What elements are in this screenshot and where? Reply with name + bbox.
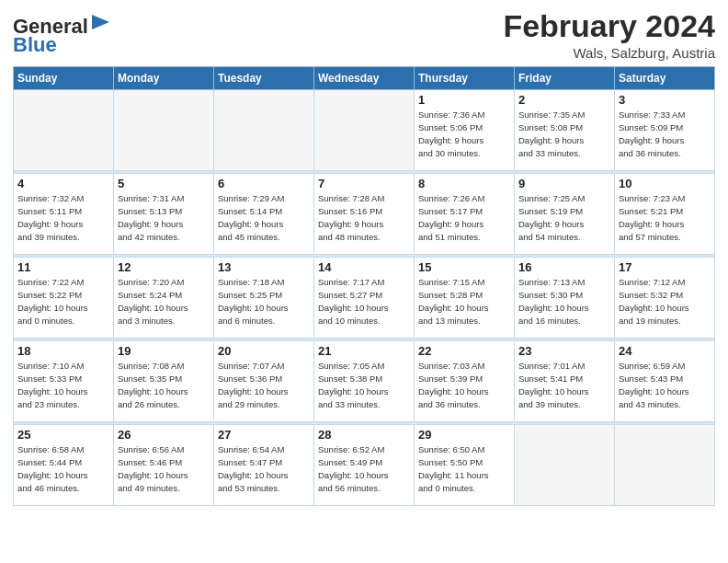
day-number: 11 (17, 260, 109, 274)
day-number: 14 (318, 260, 410, 274)
day-number: 22 (418, 344, 510, 358)
day-info: Sunrise: 7:36 AM Sunset: 5:06 PM Dayligh… (418, 109, 510, 159)
day-number: 6 (218, 177, 310, 190)
day-number: 24 (619, 344, 711, 358)
calendar-cell: 26Sunrise: 6:56 AM Sunset: 5:46 PM Dayli… (114, 425, 214, 506)
day-info: Sunrise: 6:54 AM Sunset: 5:47 PM Dayligh… (218, 443, 310, 494)
day-number: 18 (17, 344, 109, 358)
day-number: 10 (619, 177, 711, 190)
calendar-cell: 9Sunrise: 7:25 AM Sunset: 5:19 PM Daylig… (515, 174, 615, 255)
day-number: 25 (17, 428, 109, 442)
calendar-week-row: 18Sunrise: 7:10 AM Sunset: 5:33 PM Dayli… (14, 341, 715, 422)
page-container: General Blue February 2024 Wals, Salzbur… (0, 0, 728, 511)
day-number: 12 (118, 260, 210, 274)
calendar-cell: 5Sunrise: 7:31 AM Sunset: 5:13 PM Daylig… (114, 174, 214, 255)
day-number: 29 (418, 428, 510, 442)
calendar-cell: 17Sunrise: 7:12 AM Sunset: 5:32 PM Dayli… (615, 258, 715, 339)
calendar-cell: 16Sunrise: 7:13 AM Sunset: 5:30 PM Dayli… (515, 258, 615, 339)
day-number: 27 (218, 428, 310, 442)
calendar-cell: 6Sunrise: 7:29 AM Sunset: 5:14 PM Daylig… (214, 174, 314, 255)
day-info: Sunrise: 6:50 AM Sunset: 5:50 PM Dayligh… (418, 443, 510, 494)
logo: General Blue (13, 9, 114, 61)
day-info: Sunrise: 7:15 AM Sunset: 5:28 PM Dayligh… (418, 276, 510, 327)
calendar-week-row: 11Sunrise: 7:22 AM Sunset: 5:22 PM Dayli… (14, 258, 715, 339)
day-number: 23 (518, 344, 610, 358)
calendar-cell (314, 90, 415, 171)
day-number: 21 (318, 344, 410, 358)
calendar-header-row: SundayMondayTuesdayWednesdayThursdayFrid… (14, 67, 715, 90)
calendar-header-thursday: Thursday (415, 67, 515, 90)
calendar-header-sunday: Sunday (14, 67, 114, 90)
calendar-cell: 23Sunrise: 7:01 AM Sunset: 5:41 PM Dayli… (515, 341, 615, 422)
calendar-cell: 21Sunrise: 7:05 AM Sunset: 5:38 PM Dayli… (314, 341, 415, 422)
calendar-cell (515, 425, 615, 506)
day-number: 15 (418, 260, 510, 274)
day-number: 16 (518, 260, 610, 274)
calendar-cell: 27Sunrise: 6:54 AM Sunset: 5:47 PM Dayli… (214, 425, 314, 506)
calendar-cell: 24Sunrise: 6:59 AM Sunset: 5:43 PM Dayli… (615, 341, 715, 422)
day-info: Sunrise: 7:35 AM Sunset: 5:08 PM Dayligh… (518, 109, 610, 159)
calendar-cell: 14Sunrise: 7:17 AM Sunset: 5:27 PM Dayli… (314, 258, 415, 339)
location-subtitle: Wals, Salzburg, Austria (503, 45, 715, 61)
day-info: Sunrise: 7:08 AM Sunset: 5:35 PM Dayligh… (118, 360, 210, 410)
day-info: Sunrise: 6:52 AM Sunset: 5:49 PM Dayligh… (318, 443, 410, 494)
calendar-cell: 28Sunrise: 6:52 AM Sunset: 5:49 PM Dayli… (314, 425, 415, 506)
calendar-cell: 18Sunrise: 7:10 AM Sunset: 5:33 PM Dayli… (14, 341, 114, 422)
calendar-cell: 12Sunrise: 7:20 AM Sunset: 5:24 PM Dayli… (114, 258, 214, 339)
calendar-header-monday: Monday (114, 67, 214, 90)
calendar-cell: 7Sunrise: 7:28 AM Sunset: 5:16 PM Daylig… (314, 174, 415, 255)
day-info: Sunrise: 7:25 AM Sunset: 5:19 PM Dayligh… (518, 192, 610, 243)
calendar-cell: 10Sunrise: 7:23 AM Sunset: 5:21 PM Dayli… (615, 174, 715, 255)
calendar-cell: 11Sunrise: 7:22 AM Sunset: 5:22 PM Dayli… (14, 258, 114, 339)
calendar-cell: 22Sunrise: 7:03 AM Sunset: 5:39 PM Dayli… (415, 341, 515, 422)
day-number: 5 (118, 177, 210, 190)
day-info: Sunrise: 7:17 AM Sunset: 5:27 PM Dayligh… (318, 276, 410, 327)
day-number: 7 (318, 177, 410, 190)
day-info: Sunrise: 7:05 AM Sunset: 5:38 PM Dayligh… (318, 360, 410, 410)
calendar-cell: 15Sunrise: 7:15 AM Sunset: 5:28 PM Dayli… (415, 258, 515, 339)
month-title: February 2024 (503, 9, 715, 43)
calendar-cell (214, 90, 314, 171)
day-info: Sunrise: 6:56 AM Sunset: 5:46 PM Dayligh… (118, 443, 210, 494)
calendar-cell: 19Sunrise: 7:08 AM Sunset: 5:35 PM Dayli… (114, 341, 214, 422)
day-number: 26 (118, 428, 210, 442)
calendar-cell (114, 90, 214, 171)
day-number: 9 (518, 177, 610, 190)
day-info: Sunrise: 7:31 AM Sunset: 5:13 PM Dayligh… (118, 192, 210, 243)
day-info: Sunrise: 7:28 AM Sunset: 5:16 PM Dayligh… (318, 192, 410, 243)
calendar-week-row: 1Sunrise: 7:36 AM Sunset: 5:06 PM Daylig… (14, 90, 715, 171)
calendar-header-wednesday: Wednesday (314, 67, 415, 90)
calendar-cell: 29Sunrise: 6:50 AM Sunset: 5:50 PM Dayli… (415, 425, 515, 506)
title-block: February 2024 Wals, Salzburg, Austria (503, 9, 715, 61)
day-info: Sunrise: 7:20 AM Sunset: 5:24 PM Dayligh… (118, 276, 210, 327)
calendar-cell: 3Sunrise: 7:33 AM Sunset: 5:09 PM Daylig… (615, 90, 715, 171)
day-info: Sunrise: 7:18 AM Sunset: 5:25 PM Dayligh… (218, 276, 310, 327)
svg-marker-1 (92, 15, 109, 29)
logo-text: General Blue (13, 9, 114, 61)
day-info: Sunrise: 7:29 AM Sunset: 5:14 PM Dayligh… (218, 192, 310, 243)
calendar-cell: 20Sunrise: 7:07 AM Sunset: 5:36 PM Dayli… (214, 341, 314, 422)
day-number: 1 (418, 93, 510, 107)
calendar-cell (615, 425, 715, 506)
calendar-week-row: 25Sunrise: 6:58 AM Sunset: 5:44 PM Dayli… (14, 425, 715, 506)
calendar-cell: 13Sunrise: 7:18 AM Sunset: 5:25 PM Dayli… (214, 258, 314, 339)
calendar-cell: 2Sunrise: 7:35 AM Sunset: 5:08 PM Daylig… (515, 90, 615, 171)
day-number: 20 (218, 344, 310, 358)
calendar-header-friday: Friday (515, 67, 615, 90)
day-info: Sunrise: 7:13 AM Sunset: 5:30 PM Dayligh… (518, 276, 610, 327)
day-info: Sunrise: 7:12 AM Sunset: 5:32 PM Dayligh… (619, 276, 711, 327)
day-info: Sunrise: 7:22 AM Sunset: 5:22 PM Dayligh… (17, 276, 109, 327)
day-number: 13 (218, 260, 310, 274)
day-info: Sunrise: 7:07 AM Sunset: 5:36 PM Dayligh… (218, 360, 310, 410)
day-info: Sunrise: 6:58 AM Sunset: 5:44 PM Dayligh… (17, 443, 109, 494)
day-number: 19 (118, 344, 210, 358)
day-info: Sunrise: 7:26 AM Sunset: 5:17 PM Dayligh… (418, 192, 510, 243)
day-info: Sunrise: 7:03 AM Sunset: 5:39 PM Dayligh… (418, 360, 510, 410)
day-info: Sunrise: 7:01 AM Sunset: 5:41 PM Dayligh… (518, 360, 610, 410)
day-info: Sunrise: 7:23 AM Sunset: 5:21 PM Dayligh… (619, 192, 711, 243)
calendar-cell (14, 90, 114, 171)
day-info: Sunrise: 6:59 AM Sunset: 5:43 PM Dayligh… (619, 360, 711, 410)
calendar-cell: 8Sunrise: 7:26 AM Sunset: 5:17 PM Daylig… (415, 174, 515, 255)
day-number: 2 (518, 93, 610, 107)
day-number: 4 (17, 177, 109, 190)
